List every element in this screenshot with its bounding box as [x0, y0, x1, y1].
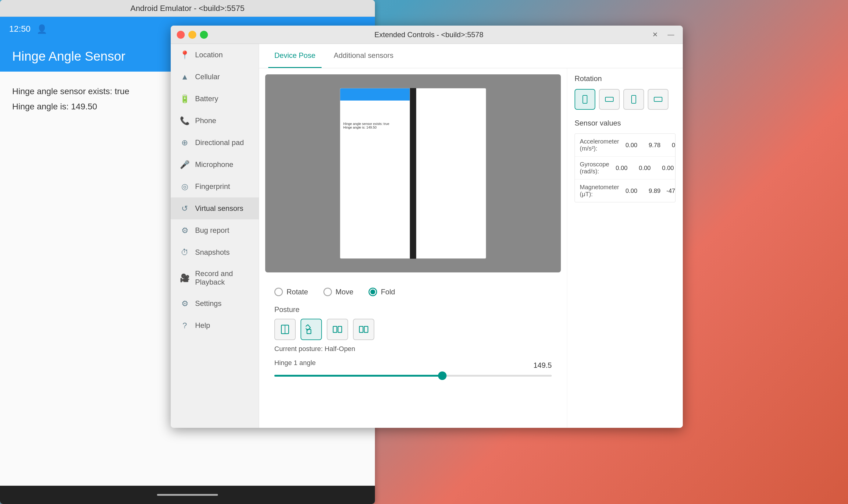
status-icon: 👤 [37, 24, 47, 34]
svg-rect-4 [333, 326, 337, 332]
fold-radio-circle [369, 288, 377, 296]
device-visual-panel: Hinge angle sensor exists: true Hinge an… [259, 68, 567, 428]
extended-title-text: Extended Controls - <build>:5578 [208, 31, 650, 39]
svg-rect-9 [605, 97, 613, 102]
svg-rect-6 [359, 326, 363, 332]
record-playback-icon: 🎥 [180, 273, 190, 283]
rotate-radio[interactable]: Rotate [274, 288, 308, 296]
rotation-landscape-left[interactable] [599, 89, 620, 110]
sidebar-label-battery: Battery [195, 94, 218, 103]
rotate-radio-circle [274, 288, 283, 296]
window-minimize-button[interactable] [188, 31, 196, 39]
svg-rect-11 [654, 97, 662, 102]
sidebar-label-settings: Settings [195, 299, 222, 308]
device-panel-right [416, 88, 486, 259]
sidebar-item-directional-pad[interactable]: ⊕ Directional pad [171, 132, 259, 154]
status-time: 12:50 [9, 24, 31, 34]
posture-btn-tent[interactable] [353, 319, 374, 340]
sidebar-label-virtual-sensors: Virtual sensors [195, 204, 243, 213]
posture-btn-closed[interactable] [274, 319, 296, 340]
window-controls [177, 31, 208, 39]
mode-row: Rotate Move Fold [274, 288, 552, 296]
device-hinge [410, 88, 416, 259]
sidebar-label-bug-report: Bug report [195, 226, 229, 235]
sensor-values-title: Sensor values [575, 119, 675, 127]
sidebar-item-phone[interactable]: 📞 Phone [171, 110, 259, 132]
sidebar-item-help[interactable]: ? Help [171, 314, 259, 337]
window-close-button[interactable] [177, 31, 185, 39]
bug-report-icon: ⚙ [180, 226, 190, 235]
accel-v3: 0.81 [666, 142, 675, 149]
posture-btn-open[interactable] [327, 319, 348, 340]
rotate-label: Rotate [286, 288, 308, 296]
sidebar-item-fingerprint[interactable]: ◎ Fingerprint [171, 176, 259, 197]
sidebar-item-snapshots[interactable]: ⏱ Snapshots [171, 241, 259, 263]
extended-controls-window: Extended Controls - <build>:5578 ✕ — 📍 L… [171, 25, 683, 428]
bottom-home-indicator [157, 494, 218, 496]
mag-v3: -47.75 [666, 187, 675, 194]
foldable-device: Hinge angle sensor exists: true Hinge an… [340, 88, 486, 259]
rotation-title: Rotation [575, 74, 675, 83]
gyro-v3: 0.00 [656, 164, 674, 172]
fingerprint-icon: ◎ [180, 182, 190, 191]
tab-device-pose[interactable]: Device Pose [268, 44, 322, 68]
posture-status: Current posture: Half-Open [274, 345, 552, 353]
sidebar-item-record-playback[interactable]: 🎥 Record and Playback [171, 263, 259, 292]
sensor-name-magnetometer: Magnetometer (μT): [580, 184, 619, 198]
svg-rect-10 [632, 95, 636, 103]
rotation-portrait-reverse[interactable] [623, 89, 644, 110]
fold-radio[interactable]: Fold [369, 288, 395, 296]
sidebar-label-fingerprint: Fingerprint [195, 182, 230, 191]
sensor-values-magnetometer: 0.00 9.89 -47.75 [619, 187, 675, 194]
hinge-slider-container[interactable] [274, 375, 552, 377]
device-panel-left-header [340, 88, 410, 101]
emulator-bottom-bar [0, 486, 375, 504]
sidebar-item-location[interactable]: 📍 Location [171, 44, 259, 66]
sidebar-item-virtual-sensors[interactable]: ↺ Virtual sensors [171, 197, 259, 219]
rotation-buttons [575, 89, 675, 110]
move-radio-circle [323, 288, 332, 296]
posture-btn-half-open[interactable] [301, 319, 322, 340]
sidebar-label-directional-pad: Directional pad [195, 138, 244, 147]
rotation-landscape-right[interactable] [648, 89, 669, 110]
move-radio[interactable]: Move [323, 288, 354, 296]
posture-label: Posture [274, 305, 552, 314]
sensor-values-gyroscope: 0.00 0.00 0.00 [609, 164, 674, 172]
sensor-values-section: Sensor values Accelerometer (m/s²): 0.00… [575, 119, 675, 202]
tab-additional-sensors[interactable]: Additional sensors [328, 44, 400, 68]
emulator-title: Android Emulator - <build>:5575 [130, 4, 245, 13]
cellular-icon: ▲ [180, 72, 190, 82]
svg-rect-7 [364, 326, 368, 332]
right-panel: Rotation [567, 68, 683, 428]
hinge-label: Hinge 1 angle [274, 359, 316, 367]
window-maximize-button[interactable] [200, 31, 208, 39]
emulator-app-title: Hinge Angle Sensor [12, 49, 125, 64]
gyro-v2: 0.00 [633, 164, 651, 172]
sidebar-item-cellular[interactable]: ▲ Cellular [171, 66, 259, 88]
controls-panel: Rotate Move Fold [265, 282, 561, 383]
hinge-value: 149.5 [533, 361, 552, 370]
content-area: Hinge angle sensor exists: true Hinge an… [259, 68, 683, 428]
hinge-slider-thumb[interactable] [438, 372, 446, 380]
sidebar-label-phone: Phone [195, 116, 216, 125]
sidebar-item-microphone[interactable]: 🎤 Microphone [171, 154, 259, 176]
sidebar-label-location: Location [195, 51, 223, 59]
rotation-portrait[interactable] [575, 89, 595, 110]
phone-icon: 📞 [180, 116, 190, 126]
ext-close-icon-btn[interactable]: ✕ [650, 30, 660, 40]
hinge-slider-track [274, 375, 552, 377]
rotation-section: Rotation [575, 74, 675, 110]
sensor-row-gyroscope: Gyroscope (rad/s): 0.00 0.00 0.00 [575, 157, 675, 179]
location-icon: 📍 [180, 50, 190, 60]
posture-section: Posture [274, 305, 552, 353]
accel-v1: 0.00 [619, 142, 637, 149]
sidebar-label-microphone: Microphone [195, 160, 233, 169]
sidebar-item-battery[interactable]: 🔋 Battery [171, 88, 259, 110]
ext-min-icon-btn[interactable]: — [665, 30, 677, 40]
main-content: Device Pose Additional sensors [259, 44, 683, 428]
accel-v2: 9.78 [642, 142, 660, 149]
directional-pad-icon: ⊕ [180, 138, 190, 147]
sidebar-item-settings[interactable]: ⚙ Settings [171, 292, 259, 314]
sidebar-item-bug-report[interactable]: ⚙ Bug report [171, 219, 259, 241]
sidebar: 📍 Location ▲ Cellular 🔋 Battery 📞 Phone … [171, 44, 259, 428]
